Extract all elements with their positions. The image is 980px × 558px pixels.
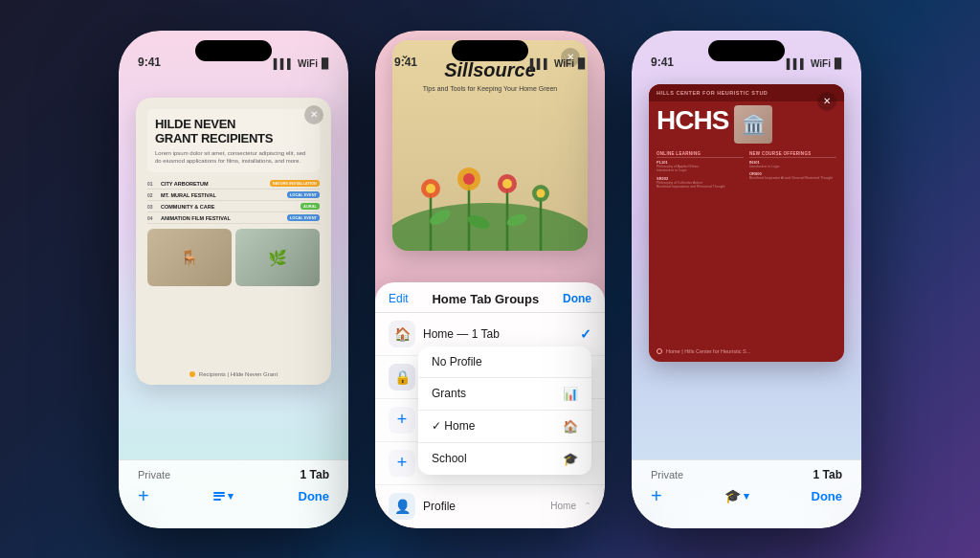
- phone-right: 9:41 ▌▌▌ WiFi ▉ ✕ HILLS CENTER FOR HEURI…: [632, 31, 861, 528]
- private-label-left: Private: [138, 469, 170, 480]
- grant-item-1: 01 CITY ARBORETUM NATURE INSTALLATION: [147, 178, 320, 190]
- new-course-label: NEW COURSE OFFERINGS: [749, 151, 836, 158]
- tab-groups-edit-btn[interactable]: Edit: [389, 292, 409, 305]
- hchs-card: ✕ HILLS CENTER FOR HEURISTIC STUD HCHS 🏛…: [649, 84, 844, 362]
- hchs-new-course-2: OR000 Bioethical Inspiration At and Gene…: [749, 171, 836, 181]
- battery-icon-left: ▉: [322, 58, 329, 69]
- tab-bar-left: Private 1 Tab + ▾ Done: [119, 459, 348, 528]
- hchs-big-title: HCHS: [657, 105, 728, 144]
- svg-point-0: [392, 203, 588, 251]
- private-group-icon: 🔒: [389, 364, 415, 391]
- svg-point-10: [502, 179, 512, 189]
- wifi-icon-right: WiFi: [811, 58, 831, 69]
- grants-icon: 📊: [563, 387, 578, 401]
- bars-chart-icon-left: [213, 492, 225, 501]
- grant-img-1: 🪑: [147, 229, 232, 286]
- done-btn-left[interactable]: Done: [299, 489, 330, 503]
- home-profile-icon: 🏠: [563, 419, 578, 434]
- tab-groups-title: Home Tab Groups: [432, 292, 539, 306]
- hchs-col-right: NEW COURSE OFFERINGS IN101 Introduction …: [749, 151, 836, 192]
- card-close-btn[interactable]: ✕: [304, 105, 323, 124]
- status-icons-left: ▌▌▌ WiFi ▉: [274, 58, 329, 69]
- grant-item-2: 02 MT. MURAL FESTIVAL LOCAL EVENT: [147, 190, 320, 201]
- hchs-footer: Home | Hills Center for Heuristic S...: [657, 348, 836, 354]
- battery-icon-right: ▉: [835, 58, 842, 69]
- grants-label: Grants: [432, 387, 466, 400]
- new-tab-icon-2: +: [389, 450, 415, 477]
- grant-subtitle: Lorem ipsum dolor sit amet, consectetur …: [155, 149, 312, 166]
- hchs-course-2: SR202 Philosophy of Collective Action Bi…: [657, 176, 744, 190]
- card-footer: Recipients | Hilde Neven Grant: [136, 371, 331, 377]
- add-tab-btn-left[interactable]: +: [138, 485, 149, 507]
- signal-icon-left: ▌▌▌: [274, 58, 294, 69]
- dynamic-island-center: [452, 40, 528, 61]
- tab-grid-btn-right[interactable]: 🎓 ▾: [724, 488, 749, 503]
- no-profile-label: No Profile: [432, 355, 482, 368]
- tab-bar-bottom-right: + 🎓 ▾ Done: [632, 485, 861, 515]
- hchs-header: HILLS CENTER FOR HEURISTIC STUD: [649, 84, 844, 101]
- hchs-body: ONLINE LEARNING PL101 Philosophy of Appl…: [649, 147, 844, 196]
- phone-center: 9:41 ▌▌▌ WiFi ▉ ⌄ ✕ Sillsource Tips and …: [375, 31, 605, 528]
- svg-point-12: [537, 189, 546, 197]
- private-label-right: Private: [651, 469, 683, 480]
- time-right: 9:41: [651, 56, 674, 69]
- tab-bar-bottom-left: + ▾ Done: [119, 485, 348, 515]
- profile-group-icon: 👤: [389, 493, 415, 520]
- sill-subtitle: Tips and Tools for Keeping Your Home Gre…: [423, 84, 557, 94]
- svg-point-6: [426, 184, 435, 193]
- profile-dropdown: No Profile Grants 📊 ✓ Home 🏠 School 🎓: [418, 346, 591, 475]
- tab-count-left: 1 Tab: [301, 468, 329, 481]
- home-group-icon: 🏠: [389, 321, 415, 347]
- battery-icon-center: ▉: [578, 58, 586, 69]
- wifi-icon-left: WiFi: [298, 58, 318, 69]
- tab-grid-btn-left[interactable]: ▾: [213, 490, 234, 502]
- profile-option-school[interactable]: School 🎓: [418, 443, 591, 475]
- grant-item-4: 04 ANIMATION FILM FESTIVAL LOCAL EVENT: [147, 212, 320, 224]
- profile-option-grants[interactable]: Grants 📊: [418, 378, 591, 411]
- tab-bar-top-right: Private 1 Tab: [632, 460, 861, 485]
- grant-title-line2: GRANT RECIPIENTS: [155, 131, 312, 146]
- tab-bar-top-left: Private 1 Tab: [119, 460, 348, 485]
- add-tab-btn-right[interactable]: +: [651, 485, 662, 507]
- online-learning-label: ONLINE LEARNING: [657, 151, 744, 158]
- home-group-label: Home — 1 Tab: [423, 327, 572, 341]
- tab-groups-overlay: Edit Home Tab Groups Done 🏠 Home — 1 Tab…: [375, 282, 605, 528]
- phone-left: 9:41 ▌▌▌ WiFi ▉ ✕ HILDE NEVEN GRANT RECI…: [119, 31, 348, 528]
- school-icon: 🎓: [563, 452, 578, 466]
- grant-card: ✕ HILDE NEVEN GRANT RECIPIENTS Lorem ips…: [136, 98, 331, 385]
- done-btn-right[interactable]: Done: [812, 489, 843, 503]
- time-center: 9:41: [394, 56, 417, 69]
- signal-icon-center: ▌▌▌: [530, 58, 550, 69]
- tab-chevron-right: ▾: [744, 490, 749, 502]
- graduation-cap-icon: 🎓: [724, 488, 741, 503]
- hchs-new-course-1: IN101 Introduction to Logic: [749, 160, 836, 169]
- svg-point-8: [463, 173, 475, 185]
- status-icons-right: ▌▌▌ WiFi ▉: [787, 58, 842, 69]
- grant-img-2: 🌿: [235, 229, 320, 286]
- tab-groups-done-btn[interactable]: Done: [563, 292, 591, 305]
- sill-flowers: [392, 136, 588, 251]
- new-entry-icon-1: +: [389, 407, 415, 434]
- grant-header: HILDE NEVEN GRANT RECIPIENTS Lorem ipsum…: [147, 109, 320, 173]
- tab-group-item-profile[interactable]: 👤 Profile Home ⌃: [375, 485, 605, 528]
- home-group-check: ✓: [580, 326, 591, 342]
- profile-chevron-icon: ⌃: [584, 501, 591, 511]
- dynamic-island-right: [708, 40, 785, 61]
- hchs-col-left: ONLINE LEARNING PL101 Philosophy of Appl…: [657, 151, 744, 192]
- wifi-icon-center: WiFi: [554, 58, 574, 69]
- grant-item-3: 03 COMMUNITY & CARE AURAL: [147, 201, 320, 212]
- profile-sublabel: Home: [550, 501, 576, 511]
- hchs-footer-text: Home | Hills Center for Heuristic S...: [666, 348, 750, 354]
- grant-list: 01 CITY ARBORETUM NATURE INSTALLATION 02…: [147, 178, 320, 224]
- school-label: School: [432, 452, 467, 465]
- profile-option-home[interactable]: ✓ Home 🏠: [418, 411, 591, 443]
- tab-groups-header: Edit Home Tab Groups Done: [375, 282, 605, 313]
- grant-title-line1: HILDE NEVEN: [155, 117, 312, 132]
- profile-option-none[interactable]: No Profile: [418, 346, 591, 378]
- hchs-course-1: PL101 Philosophy of Applied Ethics Intro…: [657, 160, 744, 173]
- time-left: 9:41: [138, 56, 161, 69]
- home-profile-label: ✓ Home: [432, 419, 475, 433]
- hchs-close-btn[interactable]: ✕: [817, 92, 836, 111]
- tab-chevron-left: ▾: [228, 490, 234, 502]
- profile-group-label: Profile: [423, 500, 543, 513]
